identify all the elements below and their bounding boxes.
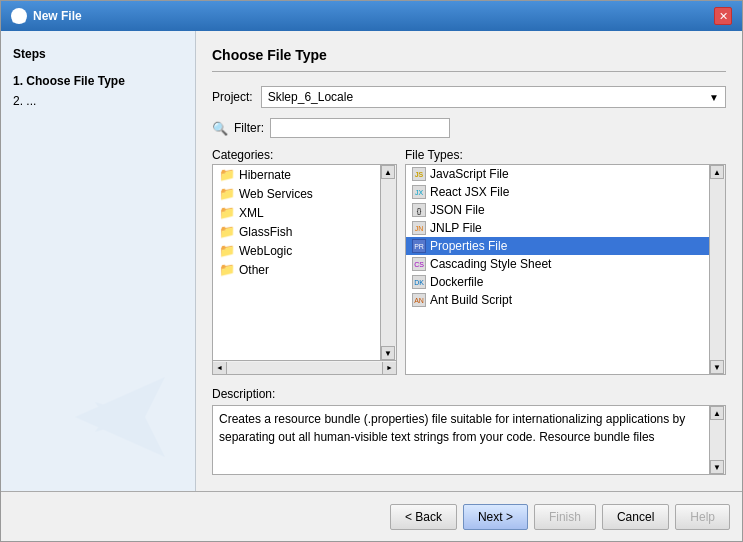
filetype-css[interactable]: CS Cascading Style Sheet: [406, 255, 709, 273]
two-lists: Categories: 📁 Hibernate 📁 Web Services: [212, 148, 726, 375]
folder-icon: 📁: [219, 243, 235, 258]
filetype-jsx-label: React JSX File: [430, 185, 509, 199]
categories-label: Categories:: [212, 148, 397, 162]
sidebar: Steps 1. Choose File Type 2. ...: [1, 31, 196, 491]
filetype-dockerfile[interactable]: DK Dockerfile: [406, 273, 709, 291]
category-xml[interactable]: 📁 XML: [213, 203, 380, 222]
description-text: Creates a resource bundle (.properties) …: [212, 405, 710, 475]
step-1-number: 1.: [13, 74, 23, 88]
step-2-number: 2.: [13, 94, 23, 108]
desc-scrollbar[interactable]: ▲ ▼: [710, 405, 726, 475]
project-value: Sklep_6_Locale: [268, 90, 353, 104]
filetype-json[interactable]: {} JSON File: [406, 201, 709, 219]
css-file-icon: CS: [412, 257, 426, 271]
category-weblogic[interactable]: 📁 WebLogic: [213, 241, 380, 260]
filetypes-label: File Types:: [405, 148, 726, 162]
help-button[interactable]: Help: [675, 504, 730, 530]
cat-hscroll-left[interactable]: ◄: [213, 362, 227, 374]
cat-scroll-up[interactable]: ▲: [381, 165, 395, 179]
filetype-json-label: JSON File: [430, 203, 485, 217]
filetypes-list[interactable]: JS JavaScript File JX React JSX File {} …: [405, 164, 710, 375]
project-combo[interactable]: Sklep_6_Locale ▼: [261, 86, 726, 108]
ft-scroll-down[interactable]: ▼: [710, 360, 724, 374]
window-body: Steps 1. Choose File Type 2. ...: [1, 31, 742, 491]
title-bar: New File ✕: [1, 1, 742, 31]
category-hibernate[interactable]: 📁 Hibernate: [213, 165, 380, 184]
title-bar-left: New File: [11, 8, 82, 24]
close-button[interactable]: ✕: [714, 7, 732, 25]
filter-label: Filter:: [234, 121, 264, 135]
category-weblogic-label: WebLogic: [239, 244, 292, 258]
description-label: Description:: [212, 387, 726, 401]
filetype-js-label: JavaScript File: [430, 167, 509, 181]
filetype-properties[interactable]: PR Properties File: [406, 237, 709, 255]
filter-row: 🔍 Filter:: [212, 118, 726, 138]
window-title: New File: [33, 9, 82, 23]
js-file-icon: JS: [412, 167, 426, 181]
cat-scroll-track[interactable]: [381, 179, 396, 346]
desc-scroll-down[interactable]: ▼: [710, 460, 724, 474]
filetype-dockerfile-label: Dockerfile: [430, 275, 483, 289]
steps-list: 1. Choose File Type 2. ...: [13, 71, 183, 111]
desc-scroll-track[interactable]: [710, 420, 725, 460]
step-1: 1. Choose File Type: [13, 71, 183, 91]
filter-search-icon: 🔍: [212, 121, 228, 136]
filetype-css-label: Cascading Style Sheet: [430, 257, 551, 271]
filetype-ant[interactable]: AN Ant Build Script: [406, 291, 709, 309]
folder-icon: 📁: [219, 186, 235, 201]
category-other[interactable]: 📁 Other: [213, 260, 380, 279]
category-webservices-label: Web Services: [239, 187, 313, 201]
filetype-properties-label: Properties File: [430, 239, 507, 253]
folder-icon: 📁: [219, 167, 235, 182]
cat-hscroll-right[interactable]: ►: [382, 362, 396, 374]
ant-file-icon: AN: [412, 293, 426, 307]
step-1-label: Choose File Type: [26, 74, 124, 88]
category-glassfish[interactable]: 📁 GlassFish: [213, 222, 380, 241]
cancel-button[interactable]: Cancel: [602, 504, 669, 530]
filetype-ant-label: Ant Build Script: [430, 293, 512, 307]
category-other-label: Other: [239, 263, 269, 277]
description-section: Description: Creates a resource bundle (…: [212, 387, 726, 475]
back-button[interactable]: < Back: [390, 504, 457, 530]
next-button[interactable]: Next >: [463, 504, 528, 530]
ft-scroll-up[interactable]: ▲: [710, 165, 724, 179]
ft-scroll-track[interactable]: [710, 179, 725, 360]
folder-icon: 📁: [219, 205, 235, 220]
categories-container: Categories: 📁 Hibernate 📁 Web Services: [212, 148, 397, 375]
description-box-wrapper: Creates a resource bundle (.properties) …: [212, 405, 726, 475]
jsx-file-icon: JX: [412, 185, 426, 199]
folder-icon: 📁: [219, 224, 235, 239]
filetypes-scrollbar[interactable]: ▲ ▼: [710, 164, 726, 375]
category-hibernate-label: Hibernate: [239, 168, 291, 182]
docker-file-icon: DK: [412, 275, 426, 289]
categories-list[interactable]: 📁 Hibernate 📁 Web Services 📁 XML: [212, 164, 381, 361]
sidebar-heading: Steps: [13, 47, 183, 61]
project-label: Project:: [212, 90, 253, 104]
finish-button[interactable]: Finish: [534, 504, 596, 530]
categories-scrollbar[interactable]: ▲ ▼: [381, 164, 397, 361]
filetype-js[interactable]: JS JavaScript File: [406, 165, 709, 183]
sidebar-watermark: [65, 367, 185, 481]
json-file-icon: {}: [412, 203, 426, 217]
step-2-label: ...: [26, 94, 36, 108]
filetype-jsx[interactable]: JX React JSX File: [406, 183, 709, 201]
category-glassfish-label: GlassFish: [239, 225, 292, 239]
window-icon: [11, 8, 27, 24]
step-2: 2. ...: [13, 91, 183, 111]
main-title: Choose File Type: [212, 47, 726, 72]
category-xml-label: XML: [239, 206, 264, 220]
filter-input[interactable]: [270, 118, 450, 138]
filetype-jnlp[interactable]: JN JNLP File: [406, 219, 709, 237]
filetype-jnlp-label: JNLP File: [430, 221, 482, 235]
cat-h-scrollbar[interactable]: ◄ ►: [212, 361, 397, 375]
cat-scroll-down[interactable]: ▼: [381, 346, 395, 360]
desc-scroll-up[interactable]: ▲: [710, 406, 724, 420]
combo-arrow-icon: ▼: [709, 92, 719, 103]
folder-icon: 📁: [219, 262, 235, 277]
cat-hscroll-track[interactable]: [227, 362, 382, 374]
project-row: Project: Sklep_6_Locale ▼: [212, 86, 726, 108]
main-window: New File ✕ Steps 1. Choose File Type 2. …: [0, 0, 743, 542]
filetypes-container: File Types: JS JavaScript File JX React …: [405, 148, 726, 375]
category-webservices[interactable]: 📁 Web Services: [213, 184, 380, 203]
prop-file-icon: PR: [412, 239, 426, 253]
